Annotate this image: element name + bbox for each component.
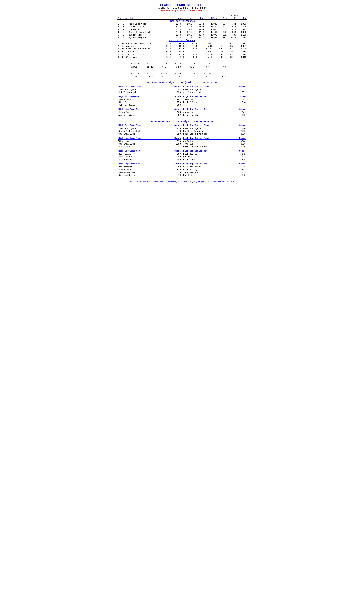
lw-score: 2391: [237, 91, 246, 94]
ytd-name: Nick Belsey: [183, 168, 197, 171]
list-item: Dan Ott 845: [183, 174, 246, 176]
ytd-score: 873: [237, 166, 246, 168]
lw-score-label-3: Score: [174, 108, 181, 110]
ytd-cat-title-r4: High Hcp Series-Men Score: [183, 163, 246, 165]
list-item: Nick Daye 258: [118, 101, 181, 104]
list-item: Nick Daye 825: [183, 158, 246, 161]
lw-name: Ryan's Ringers: [118, 88, 136, 91]
ytd-left-1: High Scr Game-Team Score Ryan's Ringers …: [117, 124, 182, 135]
list-item: Applejack's 3040: [183, 140, 246, 143]
lw-name: Jeffrey Busick: [118, 104, 136, 106]
lane-col-56-2: 5 - 6: [171, 72, 185, 75]
table-row: 46Berth & Rosenthal 22.027.044.9 1749683…: [117, 31, 247, 34]
ytd-score-label-r1: Score: [239, 124, 246, 127]
ytd-score: 300: [173, 153, 181, 155]
lw-score: 2619: [237, 88, 246, 91]
table-row: 64Ryan's Ringers 16.033.032.7 1853388210…: [117, 36, 247, 39]
ytd-cat-title-4: High Hcp Game-Men Score: [118, 163, 181, 165]
ytd-name: Dome Lanes Pro Shop: [183, 146, 207, 148]
lane-col-56-1: 5 - 6: [171, 62, 185, 65]
table-row: 32Edgewater 24.025.049.0 150347158292307: [117, 28, 247, 31]
list-item: Jeffrey Busick 258: [118, 104, 181, 107]
ytd-score: 316: [173, 168, 181, 171]
lw-left-3: High Hcp Game-Men Score Jason Notz 305 A…: [117, 108, 182, 116]
ac-team-1: Flip Side Coin: [128, 23, 170, 25]
national-conference-table: National Conference 112Marinette Moose L…: [117, 39, 247, 59]
ytd-score: 1016: [173, 127, 181, 130]
lw-cat-title-1: High Scr Game-Team Score: [118, 85, 181, 88]
lw-name: Jet Industrial: [118, 91, 136, 94]
lw-score-label-r2: Score: [239, 95, 246, 98]
ytd-name: Jason Notz: [118, 168, 131, 171]
ytd-score: 1083: [173, 143, 181, 145]
ytd-cat-title-r1: High Scr Series-Team Score: [183, 124, 246, 127]
ytd-score: 919: [173, 133, 181, 135]
lane-col-1112-1: 11 - 12: [215, 62, 234, 65]
lw-score-label-r3: Score: [239, 108, 246, 110]
ac-pos-1: 1: [117, 23, 122, 25]
national-conference-label: National Conference: [117, 39, 247, 42]
lw-cat-name-r1: High Scr Series-Team: [183, 85, 208, 88]
ytd-score: 280: [173, 158, 181, 161]
last-week-section-1: High Scr Game-Team Score Ryan's Ringers …: [117, 85, 247, 94]
col-lost: Lost: [182, 17, 193, 20]
lw-cat-title-r2: High Scr Series-Men Score: [183, 95, 246, 98]
ytd-score: 845: [237, 174, 246, 176]
footer: Licensed To: The Dome Lanes Perfect Secr…: [117, 180, 247, 183]
col-gm: Gm: [227, 17, 236, 20]
list-item: Cardinal Club 1083: [118, 143, 181, 145]
lane-val-78-1: 1 2: [185, 65, 199, 68]
list-item: Jason Notz 316: [118, 168, 181, 171]
lw-score: 714: [237, 101, 246, 104]
ytd-name: JP's Guns: [118, 146, 130, 148]
table-row: 21Cardinal Club 25.024.051.0 15897757919…: [117, 25, 247, 28]
lw-left-2: High Scr Game-Men Score Jason Notz 267 N…: [117, 95, 182, 107]
list-item: Jason Notz 305: [118, 111, 181, 114]
ytd-section-2: High Hcp Game-Team Score Windjammers 109…: [117, 137, 247, 148]
ytd-section-1: High Scr Game-Team Score Ryan's Ringers …: [117, 124, 247, 135]
table-row: 112Marinette Moose Lodge 35.014.071.4 16…: [117, 42, 247, 45]
list-item: Steve Busick 280: [118, 158, 181, 161]
ytd-name: Dan Ott: [183, 174, 192, 176]
ac-pct-1: 59.2: [193, 23, 204, 25]
lw-right-1: High Scr Series-Team Score Ryan's Ringer…: [182, 85, 247, 94]
ytd-name: Dome Lanes Pro Shop: [183, 133, 207, 135]
lane-col-12-2: 1 - 2: [143, 72, 157, 75]
ytd-cat-name-4: High Hcp Game-Men: [118, 163, 140, 165]
list-item: Nick Belsey 714: [183, 101, 246, 104]
lane-col-78-1: 7 - 8: [185, 62, 199, 65]
lane-no-label-2: Lane No: [130, 72, 143, 75]
list-item: Dome Lanes Pro Shop 2986: [183, 145, 246, 148]
ytd-name: Bill Woodward: [118, 174, 135, 176]
ytd-score-label-2: Score: [174, 137, 181, 139]
list-item: JP's Guns 2996: [183, 143, 246, 145]
ytd-name: Cardinal Club: [118, 143, 135, 145]
ac-tm-1: 3: [122, 23, 128, 25]
lane-col-34-1: 3 - 4: [157, 62, 171, 65]
ytd-score: 310: [173, 171, 181, 174]
list-item: Nick Belsey 847: [183, 168, 246, 171]
lw-score: 305: [173, 111, 181, 114]
ytd-score: 2986: [237, 146, 246, 148]
lw-cat-name-1: High Scr Game-Team: [118, 85, 141, 88]
lw-score: 258: [173, 104, 181, 106]
lane-col-12-1: 1 - 2: [143, 62, 157, 65]
list-item: Dan Ott 827: [183, 155, 246, 158]
ytd-score-label-1: Score: [174, 124, 181, 127]
ytd-cat-name-r3: High Scr Series-Men: [183, 150, 207, 152]
ytd-cat-name-r2: High Hcp Series-Team: [183, 137, 208, 139]
lw-name: Jet Industrial: [183, 91, 201, 94]
ytd-section-4: High Hcp Game-Men Score Rob Prevost 318 …: [117, 163, 247, 176]
lw-name: Jason Notz: [118, 98, 131, 101]
american-conference-label: American Conference: [117, 20, 247, 23]
ytd-cat-name-2: High Hcp Game-Team: [118, 137, 141, 139]
lane-no-label-1: Lane No: [130, 62, 143, 65]
lane-val-56-1: 9 10: [171, 65, 185, 68]
list-item: Jason Notz 727: [183, 98, 246, 101]
lane-date-1: 02/21: [130, 65, 143, 68]
lane-col-1112-2: 11 - 12: [215, 72, 234, 75]
lane-val-910-2: 6 2: [199, 75, 215, 78]
lane-col-910-2: 9 - 10: [199, 72, 215, 75]
lw-name: Ryan's Ringers: [183, 88, 201, 91]
col-totpins: TotPins: [205, 17, 218, 20]
